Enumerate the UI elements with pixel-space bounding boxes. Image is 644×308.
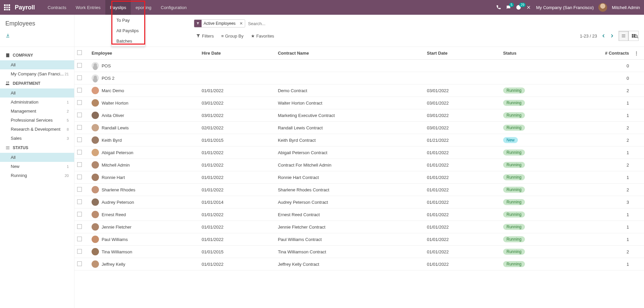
search-icon[interactable] [634,34,639,39]
menu-work-entries[interactable]: Work Entries [71,0,105,15]
table-row[interactable]: Randall Lewis02/01/2022Randall Lewis Con… [74,122,644,134]
col-employee[interactable]: Employee [89,47,199,60]
table-row[interactable]: Keith Byrd01/01/2015Keith Byrd Contract0… [74,134,644,146]
phone-icon[interactable] [496,5,501,10]
sidebar: COMPANYAllMy Company (San Franci...21DEP… [0,47,74,308]
status: Running [500,122,585,134]
sidebar-item-my-company-san-franci-[interactable]: My Company (San Franci...21 [0,69,74,78]
table-row[interactable]: Mitchell Admin01/01/2022Contract For Mit… [74,159,644,171]
pager-prev-icon[interactable] [601,34,606,38]
search-facet[interactable]: Active Employees ✕ [194,19,245,27]
messages-icon[interactable]: 5 [506,5,511,10]
sidebar-item-professional-services[interactable]: Professional Services5 [0,116,74,125]
employee-name: Paul Williams [102,237,128,242]
row-checkbox[interactable] [77,175,82,179]
close-icon[interactable] [526,5,531,10]
contracts-count: 2 [585,134,632,146]
content: EmployeeHire DateContract NameStart Date… [74,47,644,308]
col-status[interactable]: Status [500,47,585,60]
pager-next-icon[interactable] [610,34,614,38]
table-row[interactable]: POS0 [74,60,644,72]
sidebar-item-all[interactable]: All [0,60,74,69]
employee-avatar [92,174,99,181]
table-row[interactable]: Ronnie Hart01/01/2022Ronnie Hart Contrac… [74,171,644,184]
table-row[interactable]: Marc Demo01/01/2022Demo Contract03/01/20… [74,84,644,97]
row-checkbox[interactable] [77,137,82,142]
row-checkbox[interactable] [77,113,82,117]
employee-name: Randall Lewis [102,125,129,130]
table-row[interactable]: Jennie Fletcher01/01/2022Jennie Fletcher… [74,221,644,233]
row-checkbox[interactable] [77,125,82,130]
company-name[interactable]: My Company (San Francisco) [536,5,594,10]
dropdown-batches[interactable]: Batches [112,36,145,46]
sidebar-item-research-development[interactable]: Research & Development8 [0,125,74,134]
table-row[interactable]: POS 20 [74,72,644,84]
menu-configuration[interactable]: Configuration [156,0,191,15]
pager-text[interactable]: 1-23 / 23 [580,34,597,39]
table-row[interactable]: Walter Horton03/01/2022Walter Horton Con… [74,97,644,109]
activities-icon[interactable]: 29 [516,5,521,10]
menu-payslips[interactable]: Payslips [105,0,131,15]
sidebar-item-running[interactable]: Running20 [0,171,74,180]
sidebar-item-sales[interactable]: Sales3 [0,134,74,143]
row-checkbox[interactable] [77,100,82,105]
row-checkbox[interactable] [77,224,82,229]
table-row[interactable]: Audrey Peterson01/01/2014Audrey Peterson… [74,196,644,208]
download-icon[interactable] [5,33,10,38]
row-checkbox[interactable] [77,187,82,192]
employee-avatar [92,74,99,82]
row-checkbox[interactable] [77,249,82,254]
row-checkbox[interactable] [77,237,82,241]
employee-avatar [92,62,99,69]
table-row[interactable]: Sharlene Rhodes01/01/2022Sharlene Rhodes… [74,184,644,196]
row-checkbox[interactable] [77,75,82,80]
hire-date: 01/01/2022 [199,233,275,246]
sidebar-item-all[interactable]: All [0,88,74,98]
row-checkbox[interactable] [77,150,82,155]
row-checkbox[interactable] [77,88,82,93]
table-row[interactable]: Abigail Peterson01/01/2022Abigail Peters… [74,146,644,159]
select-all-checkbox[interactable] [77,50,82,55]
apps-icon[interactable] [4,4,10,10]
col-contract-name[interactable]: Contract Name [275,47,424,60]
start-date [424,60,500,72]
facet-remove[interactable]: ✕ [237,21,245,26]
sidebar-item-new[interactable]: New1 [0,162,74,171]
employee-name: Anita Oliver [102,113,124,118]
employee-name: Abigail Peterson [102,150,133,155]
row-checkbox[interactable] [77,162,82,167]
table-row[interactable]: Paul Williams01/01/2022Paul Williams Con… [74,233,644,246]
sidebar-item-all[interactable]: All [0,153,74,162]
brand[interactable]: Payroll [15,4,35,11]
filters-button[interactable]: Filters [196,34,214,39]
menu-contracts[interactable]: Contracts [43,0,71,15]
contract-name: Sharlene Rhodes Contract [275,184,424,196]
col--contracts[interactable]: # Contracts [585,47,632,60]
start-date: 03/01/2022 [424,109,500,122]
row-checkbox[interactable] [77,212,82,217]
table-row[interactable]: Tina Williamson01/01/2015Tina Williamson… [74,246,644,258]
employee-avatar [92,211,99,218]
sidebar-item-administration[interactable]: Administration1 [0,98,74,107]
groupby-button[interactable]: ≡Group By [221,34,244,39]
search-input[interactable] [248,21,382,26]
user-name[interactable]: Mitchell Admin [612,5,640,10]
status: Running [500,184,585,196]
col-hire-date[interactable]: Hire Date [199,47,275,60]
list-view-button[interactable] [619,31,629,41]
sidebar-item-management[interactable]: Management2 [0,107,74,116]
row-checkbox[interactable] [77,199,82,204]
col-start-date[interactable]: Start Date [424,47,500,60]
employee-name: Audrey Peterson [102,200,134,205]
row-checkbox[interactable] [77,63,82,68]
menu-eporting[interactable]: eporting [131,0,156,15]
row-checkbox[interactable] [77,261,82,266]
dropdown-to-pay[interactable]: To Pay [112,15,145,25]
favorites-button[interactable]: ★Favorites [251,34,274,39]
table-row[interactable]: Ernest Reed01/01/2022Ernest Reed Contrac… [74,208,644,221]
col-options[interactable]: ⋮ [632,47,644,60]
dropdown-all-payslips[interactable]: All Payslips [112,25,145,36]
user-avatar[interactable] [598,3,607,12]
table-row[interactable]: Jeffrey Kelly01/01/2022Jeffrey Kelly Con… [74,258,644,270]
table-row[interactable]: Anita Oliver03/01/2022Marketing Executiv… [74,109,644,122]
